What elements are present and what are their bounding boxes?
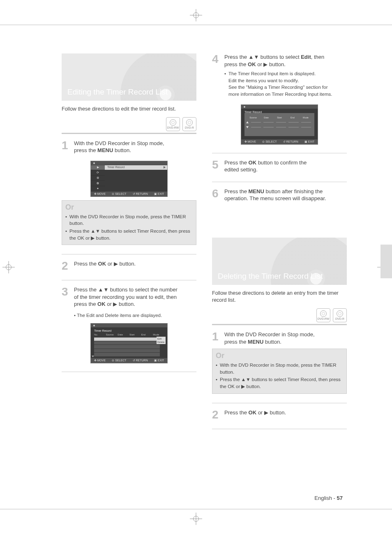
badge-dvd-rw: DVD-RW [316,308,330,322]
step-number: 1 [62,140,71,154]
lead-text: Follow these directions to edit the time… [62,106,196,113]
hero-title: Editing the Timer Record List [67,88,168,97]
hero-title: Deleting the Timer Record List [218,272,323,281]
screenshot-menu: ▶ ⟳ ⚙ ✿ ✦ Timer Record ✥ MOVE ⊙ SELECT ↺… [90,161,168,197]
hero-edit: Editing the Timer Record List [62,53,196,101]
screenshot-list: Timer Record No. Source Date Start End M… [90,323,168,363]
or-box-delete: Or With the DVD Recorder in Stop mode, p… [212,349,347,394]
step-5: 5 Press the OK button to confirm the edi… [212,159,347,173]
badge-dvd-rw: DVD-RW [166,117,180,131]
disc-badges: DVD-RW DVD-R [62,117,196,131]
step-4: 4 Press the ▲▼ buttons to select Edit, t… [212,53,347,68]
screenshot-input: Timer Record Source Date Start End Mode [241,104,318,145]
delete-step-2: 2 Press the OK or ▶ button. [212,409,347,421]
page-footer: English - 57 [314,495,343,501]
side-tab [380,245,392,278]
step-6: 6 Press the MENU button after finishing … [212,188,347,202]
step-2: 2 Press the OK or ▶ button. [62,260,196,272]
badge-dvd-r: DVD-R [182,117,196,131]
step-4-sub: The Timer Record Input item is displayed… [224,70,347,99]
left-column: Editing the Timer Record List Follow the… [62,53,196,489]
step-3-sub: • The Edit and Delete items are displaye… [74,312,196,319]
or-box: Or With the DVD Recorder in Stop mode, p… [62,200,196,245]
step-3: 3 Press the ▲▼ buttons to select the num… [62,286,196,308]
delete-step-1: 1 With the DVD Recorder in Stop mode, pr… [212,331,347,345]
right-column: 4 Press the ▲▼ buttons to select Edit, t… [212,53,347,489]
registration-mark-top [190,9,202,21]
registration-mark-bottom [190,513,202,525]
step-1: 1 With the DVD Recorder in Stop mode, pr… [62,140,196,154]
registration-mark-left [2,261,15,273]
hero-delete: Deleting the Timer Record List [212,238,347,285]
lead-text-delete: Follow these directions to delete an ent… [212,290,347,304]
badge-dvd-r: DVD-R [333,308,347,322]
disc-badges: DVD-RW DVD-R [212,308,347,322]
